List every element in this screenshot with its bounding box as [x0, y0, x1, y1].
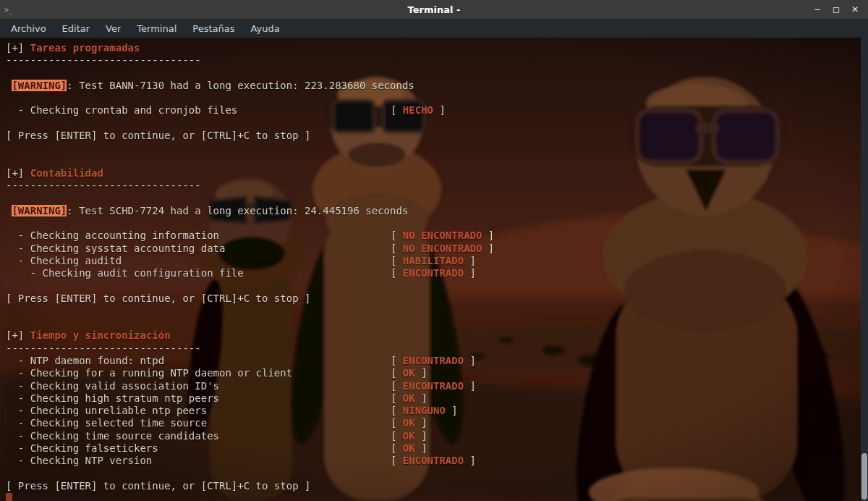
blank-line: [6, 317, 861, 329]
menu-item-ver[interactable]: Ver: [98, 20, 129, 37]
status-open-bracket: [: [391, 230, 403, 241]
status-value: ENCONTRADO: [403, 455, 464, 466]
cursor-line: [6, 492, 861, 501]
check-line: - Checking accounting information[ NO EN…: [6, 230, 861, 242]
status-open-bracket: [: [391, 380, 403, 392]
status-close-bracket: ]: [482, 230, 494, 241]
status-close-bracket: ]: [446, 405, 458, 416]
blank-line: [6, 305, 861, 317]
check-status: [ NO ENCONTRADO ]: [391, 243, 494, 255]
terminal-body[interactable]: [+] Tareas programadas------------------…: [0, 38, 868, 501]
status-value: NINGUNO: [403, 405, 446, 416]
check-line: - Checking sysstat accounting data[ NO E…: [6, 243, 861, 255]
blank-line: [6, 468, 861, 480]
status-open-bracket: [: [391, 104, 403, 116]
terminal-cursor: [6, 493, 12, 501]
warning-text: : Test BANN-7130 had a long execution: 2…: [67, 80, 414, 91]
check-status: [ HABILITADO ]: [391, 255, 476, 267]
header-prefix: [+]: [6, 329, 30, 341]
status-close-bracket: ]: [415, 392, 427, 404]
blank-line: [6, 67, 861, 80]
warning-badge: [WARNING]: [12, 80, 67, 91]
check-label: - Checking NTP version: [6, 455, 152, 466]
check-status: [ OK ]: [391, 367, 427, 379]
warning-badge: [WARNING]: [12, 205, 67, 216]
blank-line: [6, 279, 861, 292]
status-open-bracket: [: [391, 243, 403, 254]
check-status: [ ENCONTRADO ]: [391, 380, 476, 392]
status-close-bracket: ]: [415, 367, 427, 379]
section-title: Tareas programadas: [30, 42, 140, 54]
status-value: HABILITADO: [403, 255, 464, 266]
check-label: - Checking audit configuration file: [6, 267, 244, 279]
status-open-bracket: [: [391, 392, 403, 404]
status-close-bracket: ]: [464, 267, 476, 279]
warning-line: [WARNING]: Test SCHD-7724 had a long exe…: [6, 205, 861, 217]
check-line: - Checking NTP version[ ENCONTRADO ]: [6, 455, 861, 467]
status-value: HECHO: [403, 104, 433, 116]
check-status: [ OK ]: [391, 442, 427, 455]
window-controls: − ◻ ✕: [812, 4, 868, 15]
status-open-bracket: [: [391, 442, 403, 454]
minimize-button[interactable]: −: [812, 4, 823, 15]
check-label: - Checking crontab and cronjob files: [6, 104, 237, 116]
title-bar[interactable]: >_ Terminal - − ◻ ✕: [0, 0, 868, 19]
section-divider: --------------------------------: [6, 342, 861, 355]
check-label: - Checking accounting information: [6, 230, 219, 241]
status-close-bracket: ]: [415, 442, 427, 454]
status-value: ENCONTRADO: [403, 267, 464, 279]
press-prompt: [ Press [ENTER] to continue, or [CTRL]+C…: [6, 480, 861, 492]
blank-line: [6, 192, 861, 204]
check-status: [ ENCONTRADO ]: [391, 355, 476, 367]
check-status: [ NINGUNO ]: [391, 405, 458, 417]
check-status: [ NO ENCONTRADO ]: [391, 230, 494, 242]
check-line: - Checking falsetickers[ OK ]: [6, 442, 861, 455]
check-line: - NTP daemon found: ntpd[ ENCONTRADO ]: [6, 355, 861, 367]
menu-item-pestanas[interactable]: Pestañas: [184, 20, 242, 37]
status-close-bracket: ]: [464, 255, 476, 266]
status-open-bracket: [: [391, 255, 403, 266]
check-line: - Checking valid association ID's[ ENCON…: [6, 380, 861, 392]
status-value: NO ENCONTRADO: [403, 230, 482, 241]
status-close-bracket: ]: [464, 355, 476, 366]
section-divider: --------------------------------: [6, 54, 861, 67]
blank-line: [6, 92, 861, 104]
status-close-bracket: ]: [464, 380, 476, 392]
status-open-bracket: [: [391, 355, 403, 366]
maximize-button[interactable]: ◻: [830, 4, 842, 15]
warning-line: [WARNING]: Test BANN-7130 had a long exe…: [6, 80, 861, 92]
check-label: - NTP daemon found: ntpd: [6, 355, 164, 366]
status-value: OK: [403, 417, 415, 429]
window-title: Terminal -: [0, 4, 868, 15]
check-line: - Checking for a running NTP daemon or c…: [6, 367, 861, 379]
section-title: Contabilidad: [30, 167, 103, 179]
press-prompt: [ Press [ENTER] to continue, or [CTRL]+C…: [6, 130, 861, 142]
menu-item-ayuda[interactable]: Ayuda: [243, 20, 288, 37]
close-button[interactable]: ✕: [849, 4, 861, 15]
menu-item-editar[interactable]: Editar: [54, 20, 98, 37]
status-value: OK: [403, 442, 415, 454]
divider-dashes: --------------------------------: [6, 342, 201, 354]
check-label: - Checking unreliable ntp peers: [6, 405, 207, 416]
header-prefix: [+]: [6, 42, 30, 54]
menu-item-archivo[interactable]: Archivo: [3, 20, 54, 37]
check-label: - Checking high stratum ntp peers: [6, 392, 219, 404]
scrollbar-thumb[interactable]: [861, 453, 867, 500]
status-value: OK: [403, 430, 415, 442]
status-value: OK: [403, 392, 415, 404]
status-open-bracket: [: [391, 430, 403, 442]
blank-line: [6, 217, 861, 230]
check-label: - Checking sysstat accounting data: [6, 243, 225, 254]
section-header: [+] Tareas programadas: [6, 42, 861, 54]
status-close-bracket: ]: [464, 455, 476, 466]
blank-line: [6, 155, 861, 167]
scrollbar-track[interactable]: [861, 38, 868, 501]
check-label: - Checking for a running NTP daemon or c…: [6, 367, 292, 379]
check-line: - Checking audit configuration file[ ENC…: [6, 267, 861, 279]
warning-text: : Test SCHD-7724 had a long execution: 2…: [67, 205, 408, 216]
status-close-bracket: ]: [482, 243, 494, 254]
menu-item-terminal[interactable]: Terminal: [129, 20, 184, 37]
terminal-output: [+] Tareas programadas------------------…: [0, 38, 861, 501]
status-close-bracket: ]: [415, 417, 427, 429]
header-prefix: [+]: [6, 167, 30, 179]
